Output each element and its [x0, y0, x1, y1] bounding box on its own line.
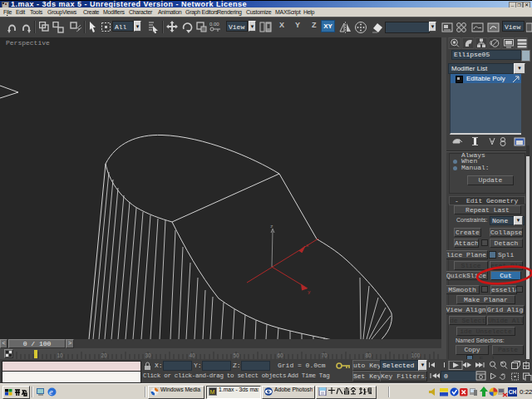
svg-text:80: 80	[365, 352, 372, 358]
svg-text:10: 10	[57, 352, 63, 358]
svg-text:40: 40	[189, 352, 195, 358]
svg-text:0.00: 0.00	[209, 22, 219, 27]
svg-text:70: 70	[321, 352, 328, 358]
svg-text:x: x	[306, 243, 309, 249]
svg-text:20: 20	[101, 352, 107, 358]
svg-text:30: 30	[145, 352, 151, 358]
svg-text:z: z	[270, 224, 273, 229]
svg-text:100: 100	[411, 352, 421, 358]
svg-text:60: 60	[277, 352, 283, 358]
svg-text:y: y	[308, 289, 311, 295]
svg-text:50: 50	[233, 352, 239, 358]
svg-text:e: e	[49, 387, 53, 397]
svg-text:M: M	[210, 389, 215, 395]
